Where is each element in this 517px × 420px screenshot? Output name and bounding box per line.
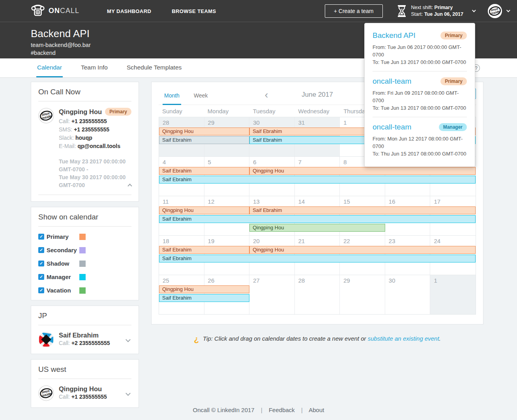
feedback-link[interactable]: Feedback: [269, 407, 295, 413]
calendar-event-shadow[interactable]: Saif Ebrahim: [159, 136, 249, 144]
calendar-event-primary[interactable]: Saif Ebrahim: [159, 167, 249, 175]
day-number: 25: [163, 277, 169, 284]
shift-from: From: Fri Jun 09 2017 08:00:00 GMT-0700: [373, 89, 467, 104]
calendar-event-primary[interactable]: Qingping Hou: [249, 167, 476, 175]
card-title: Show on calendar: [38, 213, 131, 227]
color-swatch: [79, 247, 86, 253]
legend-label-text: Primary: [47, 233, 69, 240]
status-badge: Primary: [440, 32, 467, 39]
color-swatch: [79, 274, 86, 280]
calendar-event-primary[interactable]: Qingping Hou: [249, 246, 476, 254]
legend-item-secondary: ✓Secondary: [38, 240, 131, 253]
checkbox-shadow[interactable]: ✓: [38, 261, 44, 266]
shift-period: Tue May 23 2017 00:00:00 GMT-0700 - Tue …: [59, 154, 131, 189]
chevron-down-icon[interactable]: [126, 391, 131, 396]
weekday-header: Monday: [204, 108, 249, 114]
tab-schedule-templates[interactable]: Schedule Templates: [126, 58, 182, 77]
day-number: 30: [389, 277, 395, 284]
chevron-down-icon[interactable]: [506, 8, 510, 12]
list-item: Saif EbrahimCall: +2 2355555555: [38, 325, 131, 347]
calendar-event-manager[interactable]: Saif Ebrahim: [159, 255, 476, 262]
calendar-week-row: 2526272829301Qingping HouSaif Ebrahim: [159, 275, 476, 315]
rotation-person-name: Qingping Hou: [59, 385, 122, 393]
prev-month-button[interactable]: ‹: [265, 91, 268, 99]
contact-label: Call:: [59, 118, 70, 124]
oncall-logo[interactable]: ONCALL: [31, 5, 79, 17]
calendar-day-cell[interactable]: 1: [430, 275, 476, 314]
day-number: 7: [298, 159, 302, 165]
day-number: 5: [208, 159, 211, 165]
contact-line: Call: +1 235555555: [59, 117, 131, 126]
calendar-event-primary[interactable]: Qingping Hou: [159, 206, 249, 214]
substitute-event-link[interactable]: substitute an existing event: [368, 335, 439, 342]
day-number: 1: [434, 277, 437, 284]
copyright-text: Oncall © LinkedIn 2017: [193, 407, 255, 413]
contact-line: Slack: houqp: [59, 134, 131, 142]
calendar-day-cell[interactable]: 30: [385, 275, 431, 314]
about-link[interactable]: About: [309, 407, 324, 413]
calendar-day-cell[interactable]: 27: [249, 275, 295, 314]
calendar-event-manager[interactable]: Saif Ebrahim: [159, 176, 476, 184]
avatar[interactable]: linux inside: [487, 4, 502, 19]
calendar-event-manager[interactable]: Saif Ebrahim: [159, 215, 476, 223]
user-menu[interactable]: linux inside: [487, 4, 509, 19]
nav-item-my-dashboard[interactable]: MY DASHBOARD: [107, 8, 151, 14]
calendar-event-primary[interactable]: Qingping Hou: [159, 128, 249, 135]
day-number: 14: [298, 198, 305, 205]
calendar-event-primary[interactable]: Saif Ebrahim: [249, 206, 476, 214]
checkbox-primary[interactable]: ✓: [38, 234, 44, 240]
shift-from: From: Mon Jun 12 2017 08:00:00 GMT-0700: [373, 135, 467, 150]
shift-team-link[interactable]: Backend API: [373, 31, 416, 40]
calendar-day-cell[interactable]: 29: [340, 275, 385, 314]
day-number: 18: [163, 238, 169, 244]
nav-items: MY DASHBOARDBROWSE TEAMS: [107, 8, 237, 15]
shift-team-link[interactable]: oncall-team: [373, 123, 411, 131]
calendar-day-cell[interactable]: 28: [295, 275, 340, 314]
tab-team-info[interactable]: Team Info: [80, 58, 109, 77]
day-number: 12: [208, 198, 215, 205]
day-number: 1: [343, 119, 347, 126]
contact-value: +2 2355555555: [71, 340, 110, 346]
nav-item-browse-teams[interactable]: BROWSE TEAMS: [172, 8, 216, 14]
calendar-event-primary[interactable]: Saif Ebrahim: [159, 246, 249, 254]
contact-line: Call: +2 2355555555: [59, 339, 122, 347]
status-badge: Manager: [439, 123, 467, 131]
color-swatch: [79, 261, 86, 267]
day-number: 17: [434, 198, 440, 205]
avatar: linux inside: [38, 108, 54, 124]
calendar-event-vacation[interactable]: Qingping Hou: [249, 224, 385, 232]
chevron-down-icon[interactable]: [126, 337, 131, 342]
calendar-event-manager[interactable]: Saif Ebrahim: [159, 294, 249, 302]
card-title: JP: [38, 311, 131, 325]
tab-calendar[interactable]: Calendar: [36, 58, 63, 77]
shift-team-link[interactable]: oncall-team: [373, 77, 411, 86]
day-number: 21: [298, 238, 305, 244]
contact-value: houqp: [75, 135, 92, 141]
list-item: linux inside Qingping HouCall: +1 235555…: [38, 379, 131, 401]
day-number: 8: [343, 159, 347, 165]
calendar-week-row: 18192021222324Saif EbrahimQingping HouSa…: [159, 236, 476, 275]
shift-to: To: Thu Jun 15 2017 08:00:00 GMT-0700: [373, 150, 467, 158]
create-team-button[interactable]: + Create a team: [325, 4, 383, 18]
shift-to: To: Tue Jun 13 2017 08:00:00 GMT-0700: [373, 104, 467, 112]
legend-label-text: Vacation: [47, 287, 71, 294]
day-number: 13: [253, 198, 260, 205]
status-badge: Primary: [105, 108, 131, 116]
card-title: US west: [38, 365, 131, 379]
rotation-card-us-west: US west linux inside Qingping HouCall: +…: [31, 359, 139, 408]
checkbox-vacation[interactable]: ✓: [38, 287, 44, 293]
checkbox-manager[interactable]: ✓: [38, 274, 44, 280]
shift-entry: oncall-teamPrimaryFrom: Fri Jun 09 2017 …: [373, 71, 467, 117]
tip-icon: ¿: [194, 334, 199, 344]
next-shift-widget[interactable]: Next shift: Primary Start: Tue Jun 06, 2…: [397, 4, 475, 18]
calendar-event-primary[interactable]: Qingping Hou: [159, 285, 249, 293]
show-on-calendar-card: Show on calendar ✓Primary✓Secondary✓Shad…: [31, 207, 139, 300]
calendar-week-row: 11121314151617Qingping HouSaif EbrahimSa…: [159, 196, 476, 236]
tip-text: ¿Tip: Click and drag on calendar dates t…: [151, 334, 483, 344]
contact-label: Call:: [59, 340, 70, 346]
chevron-down-icon[interactable]: [472, 8, 476, 12]
checkbox-secondary[interactable]: ✓: [38, 247, 44, 253]
avatar: linux inside: [38, 385, 54, 401]
hourglass-icon: [397, 5, 406, 17]
phone-icon: [31, 5, 45, 17]
